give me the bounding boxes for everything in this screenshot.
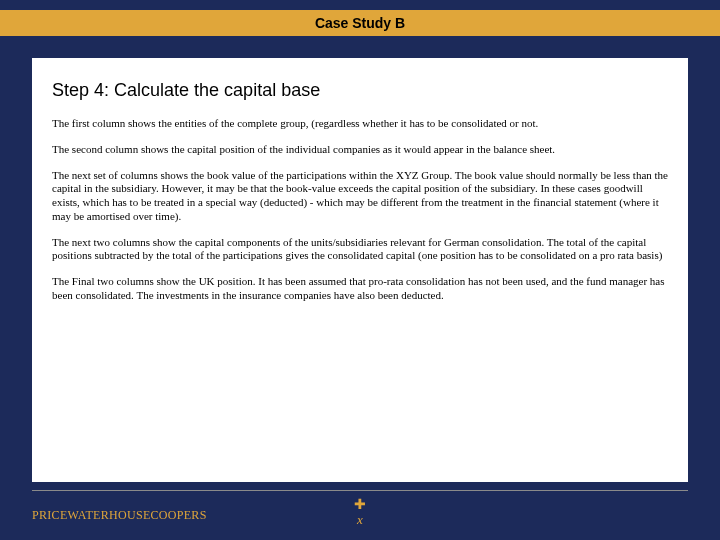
footer-center-mark: ✚ x <box>354 498 366 526</box>
brand-logo: PRICEWATERHOUSECOOPERS <box>32 508 207 523</box>
body-paragraph: The first column shows the entities of t… <box>52 117 668 131</box>
footer-x-mark: x <box>354 513 366 526</box>
body-paragraph: The next two columns show the capital co… <box>52 236 668 264</box>
brand-text: PRICEWATERHOUSECOOPERS <box>32 508 207 522</box>
body-paragraph: The second column shows the capital posi… <box>52 143 668 157</box>
title-band: Case Study B <box>0 10 720 36</box>
footer-divider <box>32 490 688 491</box>
slide-title: Case Study B <box>315 15 405 31</box>
body-paragraph: The Final two columns show the UK positi… <box>52 275 668 303</box>
content-card: Step 4: Calculate the capital base The f… <box>32 58 688 482</box>
cross-icon: ✚ <box>354 498 366 512</box>
body-paragraph: The next set of columns shows the book v… <box>52 169 668 224</box>
step-heading: Step 4: Calculate the capital base <box>52 80 668 101</box>
footer: PRICEWATERHOUSECOOPERS ✚ x <box>0 498 720 538</box>
